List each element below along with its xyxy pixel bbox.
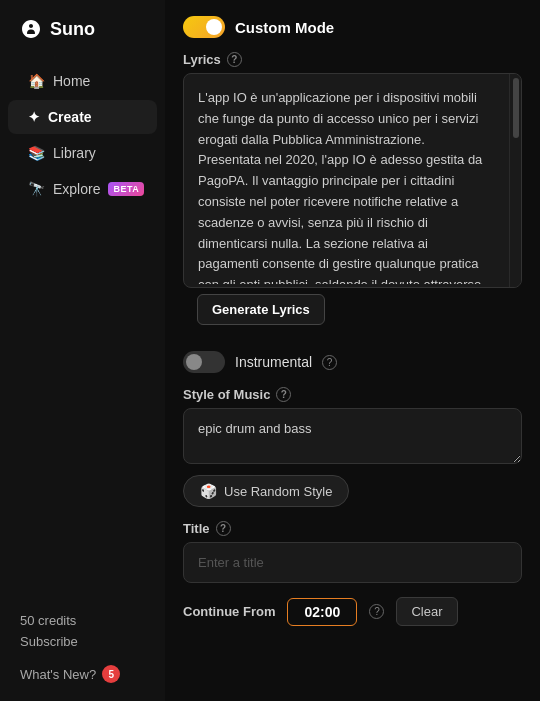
continue-from-help-icon[interactable]: ? — [369, 604, 384, 619]
lyrics-section: Lyrics ? Generate Lyrics — [183, 52, 522, 337]
sidebar-item-label-library: Library — [53, 145, 96, 161]
sidebar-nav: 🏠 Home ✦ Create 📚 Library 🔭 Explore BETA — [0, 64, 165, 613]
lyrics-scrollbar-thumb — [513, 78, 519, 138]
sidebar-logo-text: Suno — [50, 19, 95, 40]
sidebar-item-library[interactable]: 📚 Library — [8, 136, 157, 170]
sidebar-bottom: 50 credits Subscribe What's New? 5 — [0, 613, 165, 683]
use-random-style-label: Use Random Style — [224, 484, 332, 499]
instrumental-row: Instrumental ? — [183, 351, 522, 373]
suno-logo-icon — [20, 18, 42, 40]
sidebar-item-label-home: Home — [53, 73, 90, 89]
lyrics-label-text: Lyrics — [183, 52, 221, 67]
clear-button-label: Clear — [411, 604, 442, 619]
clear-button[interactable]: Clear — [396, 597, 457, 626]
home-icon: 🏠 — [28, 73, 45, 89]
sidebar-item-explore[interactable]: 🔭 Explore BETA — [8, 172, 157, 206]
continue-from-row: Continue From ? Clear — [183, 597, 522, 626]
custom-mode-label: Custom Mode — [235, 19, 334, 36]
whats-new-item[interactable]: What's New? 5 — [20, 665, 145, 683]
title-help-icon[interactable]: ? — [216, 521, 231, 536]
custom-mode-row: Custom Mode — [183, 16, 522, 38]
create-icon: ✦ — [28, 109, 40, 125]
whats-new-badge: 5 — [102, 665, 120, 683]
title-label-text: Title — [183, 521, 210, 536]
sidebar: Suno 🏠 Home ✦ Create 📚 Library 🔭 Explore… — [0, 0, 165, 701]
lyrics-help-icon[interactable]: ? — [227, 52, 242, 67]
sidebar-item-label-create: Create — [48, 109, 92, 125]
title-input[interactable] — [183, 542, 522, 583]
dice-icon: 🎲 — [200, 483, 217, 499]
use-random-style-button[interactable]: 🎲 Use Random Style — [183, 475, 349, 507]
sidebar-item-label-explore: Explore — [53, 181, 100, 197]
style-textarea[interactable] — [183, 408, 522, 464]
subscribe-link[interactable]: Subscribe — [20, 634, 145, 649]
title-section-label: Title ? — [183, 521, 522, 536]
sidebar-item-create[interactable]: ✦ Create — [8, 100, 157, 134]
lyrics-box — [183, 73, 522, 288]
time-input[interactable] — [287, 598, 357, 626]
generate-lyrics-label: Generate Lyrics — [212, 302, 310, 317]
style-section: Style of Music ? 🎲 Use Random Style — [183, 387, 522, 507]
explore-beta-badge: BETA — [108, 182, 144, 196]
sidebar-item-home[interactable]: 🏠 Home — [8, 64, 157, 98]
whats-new-label: What's New? — [20, 667, 96, 682]
instrumental-help-icon[interactable]: ? — [322, 355, 337, 370]
lyrics-scrollbar[interactable] — [509, 74, 521, 287]
lyrics-section-label: Lyrics ? — [183, 52, 522, 67]
title-section: Title ? — [183, 521, 522, 583]
style-help-icon[interactable]: ? — [276, 387, 291, 402]
explore-icon: 🔭 — [28, 181, 45, 197]
lyrics-textarea[interactable] — [184, 74, 521, 284]
library-icon: 📚 — [28, 145, 45, 161]
instrumental-label: Instrumental — [235, 354, 312, 370]
instrumental-knob — [186, 354, 202, 370]
style-section-label: Style of Music ? — [183, 387, 522, 402]
toggle-knob — [206, 19, 222, 35]
generate-lyrics-button[interactable]: Generate Lyrics — [197, 294, 325, 325]
custom-mode-toggle[interactable] — [183, 16, 225, 38]
style-label-text: Style of Music — [183, 387, 270, 402]
instrumental-toggle[interactable] — [183, 351, 225, 373]
continue-from-label: Continue From — [183, 604, 275, 619]
sidebar-logo: Suno — [0, 18, 165, 64]
main-content: Custom Mode Lyrics ? Generate Lyrics Ins… — [165, 0, 540, 701]
credits-link[interactable]: 50 credits — [20, 613, 145, 628]
